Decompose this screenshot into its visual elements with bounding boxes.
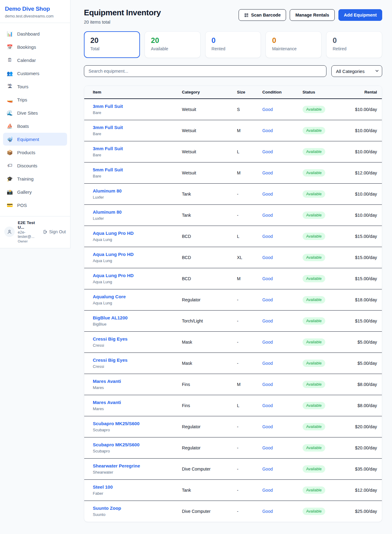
- sidebar-item-training[interactable]: 🎓 Training: [3, 172, 67, 185]
- column-header-item: Item: [84, 86, 179, 99]
- stat-card-retired[interactable]: 0 Retired: [326, 31, 382, 58]
- condition-link[interactable]: Good: [262, 276, 273, 281]
- sidebar-item-products[interactable]: 📦 Products: [3, 146, 67, 159]
- item-size: M: [237, 128, 241, 133]
- item-name-link[interactable]: BigBlue AL1200: [93, 315, 177, 321]
- sidebar-item-customers[interactable]: 👥 Customers: [3, 67, 67, 80]
- table-row: 3mm Full Suit Bare Wetsuit L Good Availa…: [84, 141, 382, 162]
- sidebar-item-discounts[interactable]: 🏷 Discounts: [3, 159, 67, 172]
- item-category: Tank: [182, 488, 191, 493]
- condition-link[interactable]: Good: [262, 213, 273, 218]
- item-name-link[interactable]: Cressi Big Eyes: [93, 336, 177, 342]
- add-equipment-button[interactable]: Add Equipment: [338, 9, 382, 21]
- sidebar-item-boats[interactable]: ⛵ Boats: [3, 120, 67, 132]
- status-badge: Available: [303, 465, 326, 473]
- condition-link[interactable]: Good: [262, 170, 273, 175]
- sidebar-item-calendar[interactable]: 🗓 Calendar: [3, 54, 67, 67]
- scan-barcode-button[interactable]: Scan Barcode: [239, 9, 286, 21]
- item-category: Wetsuit: [182, 170, 196, 175]
- item-category: Dive Computer: [182, 509, 210, 514]
- condition-link[interactable]: Good: [262, 192, 273, 196]
- item-size: -: [237, 318, 239, 323]
- item-name-link[interactable]: Mares Avanti: [93, 399, 177, 406]
- status-badge: Available: [303, 402, 326, 409]
- rental-rate: $5.00/day: [357, 340, 377, 345]
- brand-block: Demo Dive Shop demo.test.divestreams.com: [0, 6, 70, 23]
- stat-card-rented[interactable]: 0 Rented: [205, 31, 261, 58]
- item-brand: Mares: [93, 406, 177, 412]
- item-name-link[interactable]: Aqua Lung Pro HD: [93, 251, 177, 257]
- item-size: -: [237, 488, 239, 493]
- item-name-link[interactable]: Scubapro MK25/S600: [93, 442, 177, 448]
- condition-link[interactable]: Good: [262, 488, 273, 493]
- sign-out-button[interactable]: Sign Out: [43, 229, 66, 234]
- condition-link[interactable]: Good: [262, 467, 273, 471]
- stat-card-available[interactable]: 20 Available: [145, 31, 201, 58]
- condition-link[interactable]: Good: [262, 149, 273, 154]
- item-name-link[interactable]: Aluminum 80: [93, 209, 177, 215]
- condition-link[interactable]: Good: [262, 445, 273, 450]
- condition-link[interactable]: Good: [262, 234, 273, 239]
- item-name-link[interactable]: 5mm Full Suit: [93, 167, 177, 173]
- sidebar-item-dashboard[interactable]: 📊 Dashboard: [3, 27, 67, 40]
- sidebar-item-gallery[interactable]: 📸 Gallery: [3, 185, 67, 198]
- status-badge: Available: [303, 317, 326, 325]
- table-row: 3mm Full Suit Bare Wetsuit S Good Availa…: [84, 99, 382, 120]
- item-name-link[interactable]: Aluminum 80: [93, 188, 177, 194]
- item-brand: Cressi: [93, 343, 177, 348]
- sidebar-item-equipment[interactable]: 🤿 Equipment: [3, 133, 67, 146]
- item-name-link[interactable]: 3mm Full Suit: [93, 103, 177, 109]
- stat-value: 0: [272, 36, 315, 45]
- item-brand: Bare: [93, 131, 177, 137]
- item-name-link[interactable]: Aqualung Core: [93, 294, 177, 300]
- stat-value: 0: [333, 36, 376, 45]
- condition-link[interactable]: Good: [262, 255, 273, 260]
- table-row: Scubapro MK25/S600 Scubapro Regulator - …: [84, 416, 382, 437]
- condition-link[interactable]: Good: [262, 382, 273, 387]
- condition-link[interactable]: Good: [262, 318, 273, 323]
- item-size: L: [237, 149, 239, 154]
- table-row: Scubapro MK25/S600 Scubapro Regulator - …: [84, 437, 382, 459]
- products-icon: 📦: [7, 150, 13, 155]
- item-name-link[interactable]: Shearwater Peregrine: [93, 463, 177, 469]
- user-block: E2E Test U... e2e-tester@... Owner Sign …: [0, 216, 70, 248]
- sidebar-item-tours[interactable]: 🏝 Tours: [3, 80, 67, 93]
- sidebar-item-dive-sites[interactable]: 🌊 Dive Sites: [3, 106, 67, 119]
- item-name-link[interactable]: Aqua Lung Pro HD: [93, 273, 177, 279]
- category-select[interactable]: All Categories: [331, 65, 382, 77]
- search-input[interactable]: [84, 65, 326, 77]
- manage-rentals-button[interactable]: Manage Rentals: [290, 9, 334, 21]
- item-category: Regulator: [182, 424, 201, 429]
- item-name-link[interactable]: Aqua Lung Pro HD: [93, 230, 177, 236]
- sidebar-item-label: Tours: [17, 84, 28, 89]
- condition-link[interactable]: Good: [262, 107, 273, 112]
- sidebar-item-pos[interactable]: 💳 POS: [3, 199, 67, 212]
- sidebar-item-trips[interactable]: 🚤 Trips: [3, 93, 67, 106]
- rental-rate: $20.00/day: [355, 445, 377, 450]
- condition-link[interactable]: Good: [262, 340, 273, 345]
- discounts-icon: 🏷: [7, 163, 13, 168]
- stat-label: Available: [151, 46, 194, 51]
- rental-rate: $15.00/day: [355, 255, 377, 260]
- item-name-link[interactable]: 3mm Full Suit: [93, 124, 177, 131]
- rental-rate: $15.00/day: [355, 234, 377, 239]
- condition-link[interactable]: Good: [262, 403, 273, 408]
- item-name-link[interactable]: Steel 100: [93, 484, 177, 490]
- item-name-link[interactable]: Cressi Big Eyes: [93, 357, 177, 363]
- item-name-link[interactable]: 3mm Full Suit: [93, 146, 177, 152]
- item-name-link[interactable]: Suunto Zoop: [93, 505, 177, 511]
- condition-link[interactable]: Good: [262, 509, 273, 514]
- stat-card-maintenance[interactable]: 0 Maintenance: [266, 31, 322, 58]
- sidebar-nav: 📊 Dashboard 📅 Bookings 🗓 Calendar 👥 Cust…: [0, 23, 70, 216]
- condition-link[interactable]: Good: [262, 297, 273, 302]
- table-row: Aqua Lung Pro HD Aqua Lung BCD XL Good A…: [84, 247, 382, 268]
- item-brand: BigBlue: [93, 322, 177, 327]
- condition-link[interactable]: Good: [262, 128, 273, 133]
- condition-link[interactable]: Good: [262, 361, 273, 366]
- item-name-link[interactable]: Scubapro MK25/S600: [93, 421, 177, 427]
- item-size: S: [237, 107, 240, 112]
- sidebar-item-bookings[interactable]: 📅 Bookings: [3, 40, 67, 53]
- condition-link[interactable]: Good: [262, 424, 273, 429]
- item-name-link[interactable]: Mares Avanti: [93, 378, 177, 384]
- stat-card-total[interactable]: 20 Total: [84, 31, 140, 58]
